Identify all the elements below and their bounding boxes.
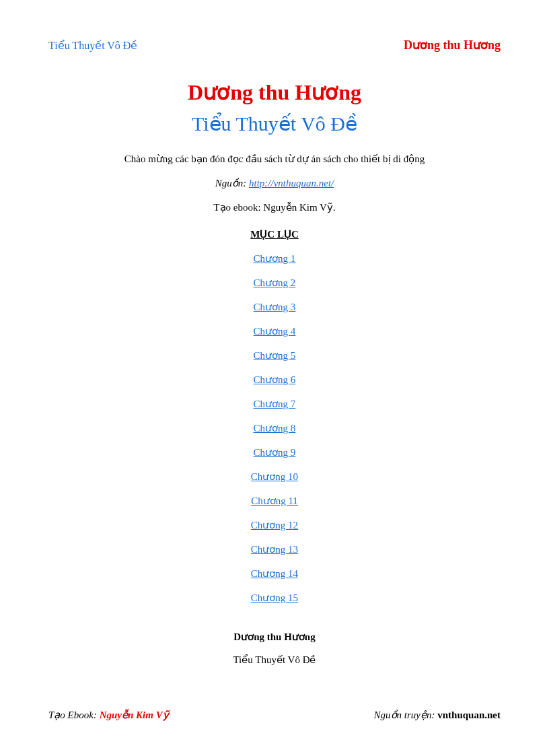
page-footer: Tạo Ebook: Nguyễn Kim Vỹ Nguồn truyện: v…: [48, 709, 501, 721]
welcome-text: Chào mừng các bạn đón đọc đầu sách từ dự…: [48, 153, 501, 165]
toc-list: Chương 1 Chương 2 Chương 3 Chương 4 Chươ…: [48, 252, 501, 604]
main-author-title: Dương thu Hương: [48, 79, 501, 105]
toc-item[interactable]: Chương 7: [48, 398, 501, 410]
footer-right-label: Nguồn truyện: [374, 710, 432, 720]
main-book-title: Tiểu Thuyết Vô Đề: [48, 112, 501, 135]
toc-item[interactable]: Chương 2: [48, 277, 501, 289]
toc-item[interactable]: Chương 1: [48, 252, 501, 265]
toc-item[interactable]: Chương 4: [48, 325, 501, 337]
footer-left-value: Nguyễn Kim Vỹ: [100, 710, 169, 720]
header-book-title: Tiểu Thuyết Vô Đề: [48, 39, 137, 52]
footer-right: Nguồn truyện: vnthuquan.net: [374, 709, 501, 721]
section-book-title: Tiểu Thuyết Vô Đề: [48, 654, 501, 666]
toc-item[interactable]: Chương 15: [48, 592, 501, 604]
toc-item[interactable]: Chương 11: [48, 495, 501, 507]
toc-item[interactable]: Chương 5: [48, 349, 501, 362]
source-link[interactable]: http://vnthuquan.net/: [249, 178, 334, 188]
header-author: Dương thu Hương: [404, 38, 501, 53]
page-header: Tiểu Thuyết Vô Đề Dương thu Hương: [48, 38, 501, 53]
toc-item[interactable]: Chương 14: [48, 568, 501, 580]
toc-item[interactable]: Chương 6: [48, 374, 501, 386]
toc-heading: MỤC LỤC: [48, 228, 501, 240]
footer-right-value: vnthuquan.net: [437, 710, 501, 720]
source-label: Nguồn:: [215, 178, 249, 188]
footer-left-label: Tạo Ebook: [48, 710, 94, 720]
toc-item[interactable]: Chương 12: [48, 519, 501, 531]
footer-left: Tạo Ebook: Nguyễn Kim Vỹ: [48, 709, 169, 721]
toc-item[interactable]: Chương 9: [48, 446, 501, 458]
ebook-creator: Tạo ebook: Nguyễn Kim Vỹ.: [48, 201, 501, 213]
section-author: Dương thu Hương: [48, 631, 501, 643]
source-line: Nguồn: http://vnthuquan.net/: [48, 177, 501, 189]
toc-item[interactable]: Chương 8: [48, 422, 501, 434]
toc-item[interactable]: Chương 10: [48, 471, 501, 483]
toc-item[interactable]: Chương 13: [48, 543, 501, 555]
toc-item[interactable]: Chương 3: [48, 301, 501, 313]
